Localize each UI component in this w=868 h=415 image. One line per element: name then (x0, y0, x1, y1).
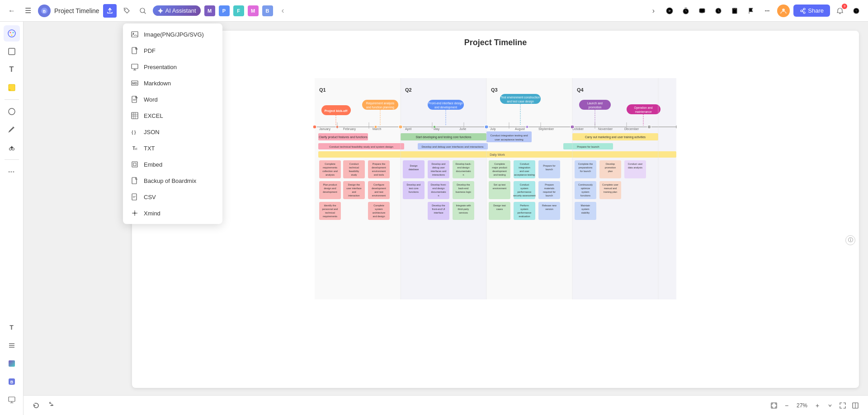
sidebar-icon-shape[interactable] (4, 103, 20, 120)
export-button[interactable] (103, 4, 117, 18)
svg-text:Identify the: Identify the (324, 204, 336, 207)
menu-item-txt[interactable]: Txt TXT (123, 140, 222, 156)
menu-item-pdf[interactable]: PDF (123, 42, 222, 59)
topbar: ← ☰ B Project Timeline (0, 0, 868, 22)
menu-item-backup[interactable]: Backup of Boardmix (123, 173, 222, 189)
svg-text:analysis: analysis (326, 173, 335, 176)
zoom-out-button[interactable]: − (781, 400, 792, 411)
more-options-button[interactable] (761, 5, 774, 17)
zoom-in-button[interactable]: + (812, 400, 823, 411)
fit-view-button[interactable] (769, 400, 779, 411)
svg-text:and design: and design (373, 215, 385, 218)
sidebar-icon-frame[interactable] (4, 43, 20, 60)
svg-text:Launch and: Launch and (587, 102, 603, 105)
fullscreen-button[interactable] (837, 400, 848, 411)
sidebar-icon-sticky[interactable] (4, 79, 20, 96)
menu-item-xmind[interactable]: Xmind (123, 205, 222, 221)
svg-text:promotion: promotion (605, 166, 616, 169)
svg-point-17 (8, 30, 15, 37)
sidebar-icon-list[interactable] (4, 337, 20, 354)
tool-indigo[interactable]: B (262, 5, 273, 16)
menu-item-word[interactable]: Word (123, 91, 222, 107)
ai-assistant-button[interactable]: AI Assistant (153, 5, 201, 16)
sidebar-icon-pen[interactable] (4, 121, 20, 138)
info-button[interactable]: ⓘ (845, 235, 855, 245)
timer-button[interactable] (679, 5, 692, 17)
svg-point-12 (801, 10, 802, 12)
sidebar-icon-more[interactable]: ••• (4, 163, 20, 180)
svg-text:Prepare: Prepare (545, 183, 554, 186)
clipboard-button[interactable] (728, 5, 741, 17)
menu-button[interactable]: ☰ (22, 5, 34, 17)
menu-item-pdf-label: PDF (144, 47, 156, 54)
zoom-dropdown-button[interactable] (825, 400, 835, 411)
svg-text:development: development (372, 187, 386, 190)
xmind-icon (130, 209, 139, 218)
svg-point-11 (782, 9, 785, 11)
svg-text:and tools: and tools (374, 173, 384, 176)
svg-point-94 (526, 126, 528, 128)
undo-button[interactable] (31, 400, 42, 411)
svg-rect-33 (132, 32, 138, 37)
prev-nav-button[interactable]: › (647, 5, 660, 17)
clock-button[interactable] (712, 5, 725, 17)
sidebar-icon-present[interactable] (4, 392, 20, 408)
tool-purple[interactable]: M (204, 5, 215, 16)
svg-point-18 (9, 32, 11, 33)
share-button[interactable]: Share (793, 5, 830, 17)
tag-button[interactable] (120, 5, 133, 17)
svg-point-93 (433, 126, 436, 128)
bottom-toolbar: − 27% + (24, 395, 868, 415)
svg-text:stability: stability (581, 211, 590, 214)
svg-rect-8 (699, 9, 705, 13)
svg-text:development: development (323, 191, 337, 193)
svg-text:Conduct user: Conduct user (628, 163, 643, 165)
svg-text:and: and (352, 191, 356, 193)
tool-teal[interactable]: F (233, 5, 244, 16)
collapse-panel-button[interactable]: ‹ (277, 5, 289, 17)
menu-item-csv[interactable]: CSV (123, 189, 222, 205)
menu-item-presentation[interactable]: Presentation (123, 59, 222, 75)
redo-button[interactable] (44, 400, 55, 411)
flag-button[interactable] (745, 5, 757, 17)
menu-item-word-label: Word (144, 96, 158, 103)
play-button[interactable] (663, 5, 676, 17)
tool-pink[interactable]: M (248, 5, 259, 16)
svg-text:Complete: Complete (373, 204, 384, 207)
svg-text:maintenance: maintenance (635, 110, 652, 113)
sidebar-icon-scissors[interactable] (4, 140, 20, 156)
split-view-button[interactable] (850, 400, 861, 411)
menu-item-excel[interactable]: EXCEL (123, 107, 222, 124)
sidebar-icon-text2[interactable]: T (4, 319, 20, 336)
menu-item-markdown[interactable]: MD Markdown (123, 75, 222, 91)
tool-blue[interactable]: P (219, 5, 230, 16)
sidebar-divider-2 (5, 159, 19, 160)
svg-text:MD: MD (132, 82, 137, 85)
svg-point-92 (374, 126, 377, 128)
comment-button[interactable] (696, 5, 708, 17)
sidebar-icon-gradient[interactable] (4, 355, 20, 372)
svg-text:Set up test: Set up test (494, 183, 506, 186)
menu-item-image[interactable]: Image(PNG/JPG/SVG) (123, 26, 222, 42)
notification-button[interactable]: 3 (834, 5, 846, 17)
search-button[interactable] (137, 5, 149, 17)
svg-text:Conduct integration testing an: Conduct integration testing and (490, 134, 528, 137)
markdown-icon: MD (130, 79, 139, 88)
menu-item-embed[interactable]: Embed (123, 156, 222, 173)
svg-text:business logic: business logic (456, 191, 472, 193)
help-button[interactable]: ? (850, 5, 863, 17)
svg-text:Release new: Release new (542, 204, 557, 207)
svg-rect-29 (9, 360, 15, 367)
svg-text:Develop the: Develop the (457, 183, 470, 186)
svg-rect-281 (771, 403, 777, 408)
sidebar-icon-palette[interactable] (4, 25, 20, 42)
svg-text:Develop back-: Develop back- (455, 163, 471, 165)
canvas-area[interactable]: Project Timeline Q1 Q2 Q3 Q4 January Feb… (132, 31, 859, 388)
svg-text:interface: interface (434, 211, 443, 214)
sidebar-icon-brand[interactable]: B (4, 373, 20, 390)
back-button[interactable]: ← (5, 5, 18, 17)
svg-text:Q2: Q2 (405, 87, 412, 93)
sidebar-icon-text[interactable]: T (4, 61, 20, 78)
svg-text:requirements: requirements (323, 166, 337, 169)
menu-item-json[interactable]: { } JSON (123, 124, 222, 140)
